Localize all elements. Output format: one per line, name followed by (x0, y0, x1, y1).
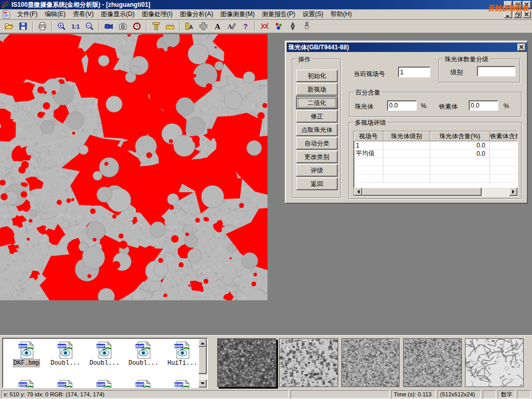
bmp-file-icon: BMP (18, 380, 35, 388)
dialog-title: 珠光体(GB/T9441-88) (288, 43, 349, 52)
pearlite-percent-input[interactable] (387, 100, 417, 111)
mdi-minimize-button[interactable] (504, 11, 512, 18)
menu-edit[interactable]: 编辑(E) (41, 9, 69, 20)
dialog-title-bar[interactable]: 珠光体(GB/T9441-88) (287, 43, 527, 52)
initialize-button[interactable]: 初始化 (296, 70, 338, 82)
menu-image-analysis[interactable]: 图像分析(A) (176, 9, 217, 20)
correct-button[interactable]: 修正 (296, 110, 338, 123)
timer-button[interactable] (130, 20, 144, 32)
menu-image-display[interactable]: 图像显示(D) (97, 9, 138, 20)
help-button[interactable]: ? (238, 20, 252, 32)
menu-settings[interactable]: 设置(S) (299, 9, 327, 20)
menu-help[interactable]: 帮助(H) (327, 9, 355, 20)
thumbnail-5[interactable] (465, 338, 524, 387)
toolbar-separator (179, 21, 180, 32)
dialog-close-button[interactable] (517, 44, 526, 51)
level-input[interactable] (477, 66, 515, 76)
grading-table[interactable]: 视场号 珠光体级别 珠光体含量(%) 铁素体含量(%) 1 0.0 平均值 (353, 131, 518, 196)
file-item[interactable]: BMP (85, 380, 124, 388)
svg-text:BMP: BMP (136, 382, 144, 387)
menu-image-process[interactable]: 图像处理(I) (138, 9, 176, 20)
ruler-button[interactable] (163, 20, 177, 32)
binarize-button[interactable]: 二值化 (296, 97, 338, 109)
scrollbar-thumb[interactable] (362, 188, 482, 196)
scrollbar-thumb[interactable] (198, 347, 207, 374)
ferrite-percent-input[interactable] (469, 100, 498, 111)
close-button[interactable] (523, 1, 531, 8)
pearlite-dialog: 珠光体(GB/T9441-88) 操作 初始化 新视场 二值化 修正 点取珠光体… (285, 41, 528, 204)
zoom-out-button[interactable] (83, 20, 97, 32)
percent-group-label: 百分含量 (354, 88, 382, 97)
open-button[interactable] (2, 20, 16, 32)
camera-button[interactable] (116, 20, 130, 32)
auto-classify-button[interactable]: 自动分类 (296, 137, 338, 150)
actual-size-button[interactable]: 1:1 (69, 20, 83, 32)
file-item[interactable]: BMP DKF.bmp (7, 341, 46, 367)
file-item[interactable]: BMP Doubl... (46, 341, 85, 367)
menu-view[interactable]: 查看(V) (69, 9, 97, 20)
multi-field-group-label: 多视场评级 (353, 118, 388, 127)
table-row[interactable]: 1 0.0 (354, 141, 517, 150)
return-button[interactable]: 返回 (296, 178, 338, 190)
file-list-scrollbar[interactable] (198, 339, 207, 388)
file-listbox[interactable]: BMP DKF.bmp BMP Doubl... BMP Doubl... BM… (2, 338, 208, 388)
measure-text-button[interactable]: A (182, 20, 196, 32)
file-item[interactable]: BMP (46, 380, 85, 388)
table-horizontal-scrollbar[interactable] (354, 188, 517, 196)
pen-button[interactable] (286, 20, 300, 32)
thumbnail-2[interactable] (279, 338, 338, 387)
menu-file[interactable]: 文件(F) (14, 9, 41, 20)
brush-icon (302, 22, 311, 31)
grade-group-label: 珠光体数量分级 (443, 55, 490, 64)
menu-measure-report[interactable]: 测量报告(P) (258, 9, 299, 20)
svg-text:BMP: BMP (97, 382, 105, 387)
current-field-input[interactable] (398, 66, 430, 77)
file-item[interactable]: BMP HuiTi... (163, 341, 202, 367)
file-item[interactable]: BMP Doubl... (85, 341, 124, 367)
file-item[interactable]: BMP Doubl... (124, 341, 163, 367)
file-name[interactable]: HuiTi... (167, 360, 197, 367)
grade-button[interactable]: 评级 (296, 164, 338, 177)
print-button[interactable] (35, 20, 49, 32)
particles-button[interactable] (272, 20, 286, 32)
file-name[interactable]: Doubl... (89, 360, 119, 367)
mdi-close-button[interactable] (523, 11, 531, 18)
file-item[interactable]: BMP (124, 380, 163, 388)
brush-button[interactable] (300, 20, 314, 32)
file-name[interactable]: DKF.bmp (14, 360, 39, 367)
restore-button[interactable] (513, 1, 522, 8)
text-button[interactable]: A (210, 20, 224, 32)
bmp-file-icon: BMP (57, 380, 74, 388)
micrograph-image[interactable] (0, 34, 268, 300)
video-camera-icon (104, 22, 113, 31)
file-name[interactable]: Doubl... (50, 360, 81, 367)
video-camera-button[interactable] (102, 20, 116, 32)
thumbnail-1[interactable] (217, 338, 276, 387)
grid-button[interactable] (196, 20, 210, 32)
file-browser-panel: BMP DKF.bmp BMP Doubl... BMP Doubl... BM… (0, 335, 532, 390)
new-field-button[interactable]: 新视场 (296, 83, 338, 96)
file-name[interactable]: Doubl... (128, 360, 158, 367)
calibration-curve-button[interactable] (258, 20, 272, 32)
save-button[interactable] (16, 20, 30, 32)
thumbnail-4[interactable] (403, 338, 462, 387)
scroll-up-button[interactable] (198, 339, 207, 347)
svg-text:BMP: BMP (175, 344, 183, 349)
caliper-button[interactable] (149, 20, 163, 32)
zoom-in-button[interactable] (55, 20, 69, 32)
scroll-down-button[interactable] (198, 379, 207, 388)
file-item[interactable]: BMP (163, 380, 202, 388)
menu-image-measure[interactable]: 图像测量(M) (217, 9, 258, 20)
change-class-button[interactable]: 更改类别 (296, 151, 338, 163)
svg-text:BMP: BMP (136, 344, 144, 349)
pick-pearlite-button[interactable]: 点取珠光体 (296, 124, 338, 136)
mdi-restore-button[interactable] (513, 11, 522, 18)
minimize-button[interactable] (504, 1, 512, 8)
scroll-left-button[interactable] (354, 188, 362, 196)
table-row[interactable]: 平均值 0.0 (354, 150, 517, 158)
file-item[interactable]: BMP (7, 380, 46, 388)
scroll-right-button[interactable] (509, 188, 517, 196)
svg-text:BMP: BMP (58, 382, 66, 387)
annotate-button[interactable]: A (224, 20, 238, 32)
thumbnail-3[interactable] (341, 338, 400, 387)
